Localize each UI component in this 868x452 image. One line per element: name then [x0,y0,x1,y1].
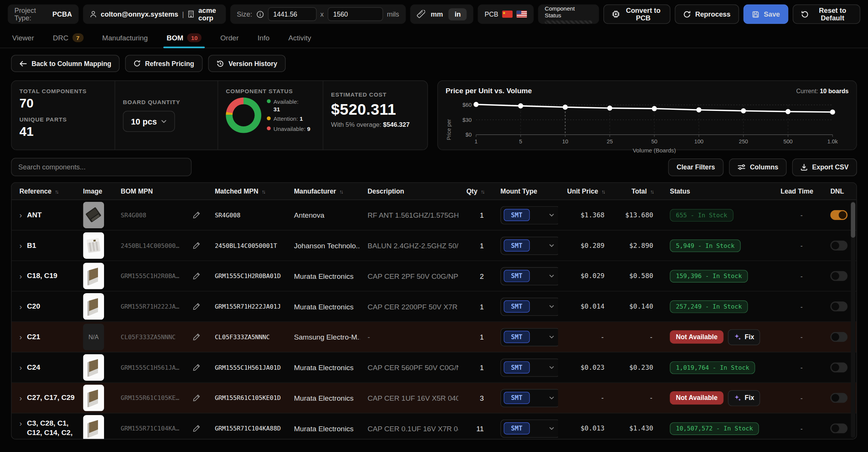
data-point[interactable] [518,103,524,109]
export-csv-button[interactable]: Export CSV [792,158,857,176]
search-input[interactable] [11,158,191,176]
tab-viewer[interactable]: Viewer [12,34,34,48]
columns-button[interactable]: Columns [729,158,787,176]
save-button[interactable]: Save [743,5,788,24]
column-header-total[interactable]: Total↑↓ [613,187,662,195]
mount-type-select[interactable]: SMT [501,236,558,254]
expand-chevron-icon[interactable]: › [19,241,22,249]
component-thumbnail[interactable] [83,232,104,259]
component-thumbnail[interactable] [83,354,104,381]
dnl-toggle[interactable] [830,423,848,433]
sort-icon[interactable]: ↑↓ [650,188,653,194]
dnl-toggle[interactable] [830,271,848,281]
sort-icon[interactable]: ↑↓ [262,188,265,194]
column-header-manufacturer[interactable]: Manufacturer↑↓ [286,187,360,195]
china-flag-icon[interactable] [502,11,513,18]
edit-pencil-icon[interactable] [193,364,201,372]
mount-type-select[interactable]: SMT [501,206,558,224]
edit-pencil-icon[interactable] [193,211,201,219]
data-point[interactable] [607,106,612,111]
mount-type-select[interactable]: SMT [501,358,558,377]
edit-pencil-icon[interactable] [193,424,201,432]
tab-activity[interactable]: Activity [288,34,311,48]
qty-cell: 1 [458,333,493,341]
expand-chevron-icon[interactable]: › [19,394,22,402]
reset-to-default-button[interactable]: Reset to Default [793,5,860,24]
reprocess-button[interactable]: Reprocess [675,5,739,24]
column-header-matched-mpn[interactable]: Matched MPN↑↓ [207,187,286,195]
dnl-toggle[interactable] [830,393,848,403]
edit-pencil-icon[interactable] [193,333,201,341]
component-thumbnail[interactable] [83,384,104,411]
tab-drc[interactable]: DRC7 [53,33,83,48]
history-clock-icon [216,60,224,68]
tab-order[interactable]: Order [220,34,239,48]
data-point[interactable] [830,109,835,115]
sort-icon[interactable]: ↑↓ [339,188,342,194]
data-point[interactable] [741,108,746,114]
refresh-pricing-button[interactable]: Refresh Pricing [125,55,202,72]
fix-button[interactable]: Fix [728,390,761,406]
svg-text:500: 500 [784,138,793,145]
data-point[interactable] [697,107,702,112]
column-header-reference[interactable]: Reference↑↓ [12,187,75,195]
edit-pencil-icon[interactable] [193,241,201,249]
expand-chevron-icon[interactable]: › [19,363,22,371]
mount-type-select[interactable]: SMT [501,389,558,407]
tab-manufacturing[interactable]: Manufacturing [102,34,148,48]
data-point[interactable] [473,102,479,107]
edit-pencil-icon[interactable] [193,394,201,402]
dnl-toggle[interactable] [830,301,848,311]
sort-icon[interactable]: ↑↓ [55,188,58,194]
component-thumbnail[interactable] [83,293,104,320]
back-to-column-mapping-button[interactable]: Back to Column Mapping [11,55,119,72]
edit-pencil-icon[interactable] [193,303,201,311]
board-width-input[interactable] [268,7,316,21]
usa-flag-icon[interactable] [516,11,527,18]
tab-info[interactable]: Info [257,34,269,48]
fix-button[interactable]: Fix [728,329,761,345]
expand-chevron-icon[interactable]: › [19,302,22,310]
edit-pencil-icon[interactable] [193,272,201,280]
mount-type-select[interactable]: SMT [501,297,558,315]
component-thumbnail[interactable] [83,263,104,289]
board-quantity-select[interactable]: 10 pcs [123,111,175,132]
expand-chevron-icon[interactable]: › [19,272,22,280]
column-header-unit-price[interactable]: Unit Price↑↓ [558,187,614,195]
mount-type-value: SMT [504,270,530,282]
expand-chevron-icon[interactable]: › [19,333,22,341]
vertical-scrollbar[interactable] [851,201,855,438]
dnl-toggle[interactable] [830,240,848,250]
board-height-input[interactable] [328,7,383,21]
data-point[interactable] [785,109,791,114]
info-icon[interactable] [256,10,264,18]
expand-chevron-icon[interactable]: › [19,420,22,427]
dnl-toggle[interactable] [830,210,848,220]
reference-label: C18, C19 [27,271,57,281]
column-header-qty[interactable]: Qty↑↓ [458,187,493,195]
description-cell: - [360,333,458,341]
unique-parts-value: 41 [19,125,107,139]
dnl-toggle[interactable] [830,363,848,372]
data-point[interactable] [563,105,568,110]
sort-icon[interactable]: ↑↓ [602,188,605,194]
scrollbar-thumb[interactable] [851,202,855,238]
convert-to-pcb-button[interactable]: Convert to PCB [603,5,670,24]
component-thumbnail[interactable] [83,415,104,440]
component-thumbnail[interactable]: N/A [83,324,104,351]
mount-type-select[interactable]: SMT [501,328,558,346]
component-thumbnail[interactable] [83,202,104,229]
mount-type-select[interactable]: SMT [501,267,558,285]
bom-mpn-cell: CL05F333ZA5NNNC [113,333,207,341]
unit-mm-option[interactable]: mm [429,10,444,18]
total-cell: $0.230 [613,364,662,372]
expand-chevron-icon[interactable]: › [19,211,22,219]
unit-in-option[interactable]: in [449,8,467,20]
dnl-toggle[interactable] [830,332,848,342]
tab-bom[interactable]: BOM10 [167,33,202,48]
sort-icon[interactable]: ↑↓ [481,188,484,194]
mount-type-select[interactable]: SMT [501,419,558,437]
clear-filters-button[interactable]: Clear Filters [668,158,723,176]
version-history-button[interactable]: Version History [208,55,286,72]
data-point[interactable] [652,106,657,111]
